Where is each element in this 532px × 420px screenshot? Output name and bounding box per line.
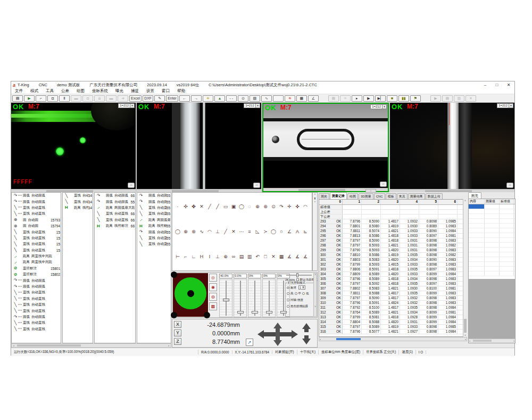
palette-tool-icon[interactable]: ⊛ (190, 228, 197, 235)
table-row[interactable]: 308OK7.88118.50881.48171.09350.80991.098… (319, 291, 467, 296)
caliper-button[interactable]: Ⅱ (59, 95, 70, 102)
feature-item[interactable]: ╲***直线自动直线 (12, 290, 61, 295)
palette-tool-icon[interactable]: ▦ (278, 253, 285, 260)
table-row[interactable]: 298OK7.87978.50931.48211.09310.80981.098… (319, 243, 467, 248)
dxf-export-button[interactable]: DXF (143, 95, 153, 102)
palette-tool-icon[interactable]: ╱ (206, 203, 213, 210)
element-row[interactable] (469, 233, 515, 238)
palette-tool-icon[interactable]: ◯ (238, 203, 245, 210)
maximize-button[interactable]: □ (491, 81, 503, 88)
feature-item[interactable]: ╲直线自动直线15 (12, 229, 61, 235)
element-row[interactable] (469, 214, 515, 219)
palette-tool-icon[interactable]: ╱ (214, 203, 221, 210)
prev-step-button[interactable]: ← (179, 95, 190, 102)
chart-button[interactable]: ∠ (308, 95, 319, 102)
palette-tool-icon[interactable]: ◺ (254, 228, 261, 235)
element-row[interactable] (469, 248, 515, 252)
menu-item-绘图[interactable]: 绘图 (73, 88, 88, 94)
palette-tool-icon[interactable]: ∡ (286, 253, 293, 260)
feature-item[interactable]: ╲直线自动直线34 (63, 199, 93, 204)
scroll-thumb[interactable] (298, 189, 346, 191)
table-hscrollbar[interactable]: ‹ › (319, 337, 467, 341)
feature-item[interactable]: ↷***圆弧自动圆弧 (12, 314, 61, 320)
table-row[interactable]: 303OK7.88068.50911.48181.09350.80971.098… (319, 267, 467, 272)
scroll-thumb[interactable] (464, 319, 467, 333)
element-row[interactable] (469, 224, 515, 228)
camera-grip-icon[interactable]: ∽ (253, 183, 260, 188)
palette-tool-icon[interactable]: ╱ (222, 228, 229, 235)
palette-tool-icon[interactable]: I (206, 253, 213, 260)
palette-tool-icon[interactable]: ✣ (182, 203, 189, 210)
palette-tool-icon[interactable]: ∡ (294, 253, 301, 260)
feature-item[interactable]: ↷圆弧自动圆弧55 (95, 199, 135, 204)
palette-tool-icon[interactable]: □ (262, 253, 269, 260)
feature-item[interactable]: ⊘直径标注15802 (12, 271, 61, 277)
palette-tool-icon[interactable]: ✤ (190, 203, 197, 210)
tab-测量记录[interactable]: 测量记录 (330, 192, 347, 199)
table-row[interactable]: 312OK7.87648.50891.48211.09340.80991.098… (319, 310, 467, 315)
camera-view-1[interactable]: OKM:7FFFFF1=212▾∽ (11, 103, 136, 192)
table-row[interactable]: 305OK7.87968.50891.48181.09340.80981.098… (319, 277, 467, 282)
palette-tool-icon[interactable]: ✕ (270, 253, 277, 260)
tab-3D测量[interactable]: 3D测量 (359, 193, 373, 199)
magnifier-button[interactable]: ⊙ (238, 95, 248, 102)
element-row[interactable] (469, 262, 515, 267)
level-radio-中[interactable] (295, 292, 297, 295)
palette-tool-icon[interactable]: ∞ (230, 253, 237, 260)
tolerance-row[interactable]: 上公差 (319, 210, 467, 215)
menu-item-曝光[interactable]: 曝光 (112, 88, 127, 94)
palette-tool-icon[interactable]: ⊕ (254, 203, 261, 210)
palette-tool-icon[interactable]: ∟ (190, 253, 197, 260)
probe-button[interactable]: ◘ (47, 95, 58, 102)
slider-thumb[interactable] (252, 311, 258, 314)
camera-zoom-select[interactable]: 1=212▾ (370, 104, 387, 109)
camera-view-4[interactable]: OKM:71=212▾∽ (390, 103, 514, 192)
slider-track[interactable] (262, 279, 276, 317)
table-row[interactable]: 311OK7.87928.51001.48171.09350.80981.098… (319, 306, 467, 310)
feature-item[interactable]: ↔距离两圆弧最大距 (137, 217, 171, 223)
palette-tool-icon[interactable]: ⊾ (302, 228, 309, 235)
chevron-down-icon[interactable]: ▾ (509, 103, 513, 108)
palette-scrollbar[interactable]: ˄▮˅ (312, 192, 318, 271)
ring-light-preview[interactable] (173, 273, 208, 317)
camera-zoom-select[interactable]: 1=212▾ (118, 103, 135, 108)
axis-z-button[interactable]: Z (174, 338, 181, 345)
open-file-button[interactable]: ▶ (24, 95, 35, 102)
palette-tool-icon[interactable]: ✕ (198, 203, 205, 210)
close-button[interactable]: ✕ (503, 81, 514, 88)
excel-export-button[interactable]: Excel (129, 95, 142, 102)
palette-tool-icon[interactable]: A (294, 228, 301, 235)
feature-item[interactable]: ↷***圆弧自动圆弧 (12, 284, 61, 290)
focus-star-button[interactable]: ✳ (285, 95, 295, 102)
palette-tool-icon[interactable]: ▤ (238, 253, 245, 260)
palette-tool-icon[interactable]: ∠ (286, 228, 293, 235)
tab-CNC[interactable]: CNC (374, 193, 385, 199)
tolerance-row[interactable]: 下公差 (319, 215, 467, 219)
palette-tool-icon[interactable]: ⊢ (174, 253, 181, 260)
feature-item[interactable]: ↷圆弧自动圆弧55 (137, 229, 171, 235)
element-hscrollbar[interactable]: ‹ › (469, 339, 515, 343)
feature-item[interactable]: H距离线性标注34 (63, 205, 93, 211)
element-row[interactable] (469, 209, 515, 214)
tab-数据上传[interactable]: 数据上传 (426, 193, 443, 199)
feature-item[interactable]: ╲***直线自动直线 (12, 308, 61, 314)
palette-tool-icon[interactable]: ▭ (222, 203, 229, 210)
table-row[interactable]: 293OK7.87968.50901.48171.09320.80981.098… (319, 219, 467, 224)
camera-grip-icon[interactable]: ∽ (128, 183, 135, 188)
tab-测光[interactable]: 测光 (319, 193, 329, 199)
image-view-button[interactable]: ▲ (214, 95, 225, 102)
feature-item[interactable]: ╲直线自动直线55 (137, 235, 171, 241)
table-row[interactable]: 309OK7.87978.50901.48171.09320.80981.098… (319, 296, 467, 301)
feature-item[interactable]: ╲直线自动直线34 (63, 193, 93, 199)
slider-thumb[interactable] (296, 273, 298, 277)
feature-item[interactable]: H距离线性标注66 (95, 223, 135, 229)
feature-item[interactable]: ╲直线自动直线15 (12, 241, 61, 247)
table-row[interactable]: 314OK7.88048.50881.48201.09310.80991.098… (319, 320, 467, 325)
element-row[interactable] (469, 271, 515, 276)
feature-item[interactable]: ↷***圆弧自动圆弧 (12, 199, 61, 204)
scroll-right-icon[interactable]: › (465, 337, 466, 341)
light-channel-button-4[interactable]: ▩ (209, 302, 217, 310)
curve-tool-button[interactable]: ∿ (261, 95, 272, 102)
element-row[interactable] (469, 219, 515, 224)
scroll-left-icon[interactable]: ‹ (12, 344, 16, 347)
